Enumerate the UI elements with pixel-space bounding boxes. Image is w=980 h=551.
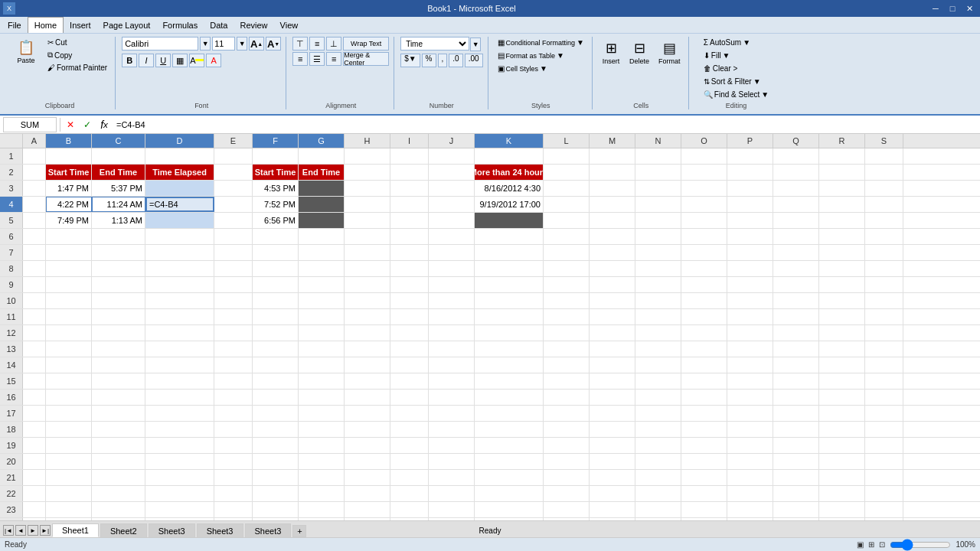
cell-i8[interactable] bbox=[390, 261, 429, 276]
cell-f7[interactable] bbox=[253, 245, 299, 260]
col-header-m[interactable]: M bbox=[590, 134, 635, 148]
cell-a21[interactable] bbox=[23, 470, 46, 485]
cell-o2[interactable] bbox=[681, 165, 727, 180]
cell-f21[interactable] bbox=[253, 470, 299, 485]
cell-g16[interactable] bbox=[299, 390, 345, 405]
cell-p12[interactable] bbox=[727, 325, 773, 341]
cell-r15[interactable] bbox=[819, 373, 865, 389]
cell-n8[interactable] bbox=[635, 261, 681, 276]
cell-i4[interactable] bbox=[390, 197, 429, 212]
col-header-k[interactable]: K bbox=[475, 134, 544, 148]
cell-p23[interactable] bbox=[727, 502, 773, 517]
cell-s8[interactable] bbox=[865, 261, 903, 276]
cell-q1[interactable] bbox=[773, 148, 819, 164]
cell-n11[interactable] bbox=[635, 309, 681, 324]
cell-r3[interactable] bbox=[819, 181, 865, 196]
cell-k13[interactable] bbox=[475, 341, 544, 357]
cell-k2[interactable]: More than 24 hours bbox=[475, 165, 544, 180]
row-num-7[interactable]: 7 bbox=[0, 245, 23, 260]
cell-i1[interactable] bbox=[390, 148, 429, 164]
fill-color-button[interactable]: A bbox=[189, 54, 204, 67]
cell-l7[interactable] bbox=[544, 245, 590, 260]
cell-a1[interactable] bbox=[23, 148, 46, 164]
col-header-d[interactable]: D bbox=[145, 134, 214, 148]
col-header-s[interactable]: S bbox=[865, 134, 903, 148]
cell-g14[interactable] bbox=[299, 357, 345, 373]
cell-h6[interactable] bbox=[345, 229, 390, 244]
col-header-i[interactable]: I bbox=[390, 134, 429, 148]
cell-e23[interactable] bbox=[214, 502, 253, 517]
cell-r6[interactable] bbox=[819, 229, 865, 244]
cell-r1[interactable] bbox=[819, 148, 865, 164]
row-num-11[interactable]: 11 bbox=[0, 309, 23, 324]
cell-m22[interactable] bbox=[590, 486, 635, 501]
cell-l22[interactable] bbox=[544, 486, 590, 501]
cell-j23[interactable] bbox=[429, 502, 475, 517]
cell-e22[interactable] bbox=[214, 486, 253, 501]
cell-a10[interactable] bbox=[23, 293, 46, 308]
cell-d8[interactable] bbox=[145, 261, 214, 276]
cell-n20[interactable] bbox=[635, 454, 681, 469]
cell-a11[interactable] bbox=[23, 309, 46, 324]
cell-e2[interactable] bbox=[214, 165, 253, 180]
cell-c16[interactable] bbox=[92, 390, 145, 405]
cell-g5[interactable] bbox=[299, 213, 345, 228]
cell-f3[interactable]: 4:53 PM bbox=[253, 181, 299, 196]
cell-h3[interactable] bbox=[345, 181, 390, 196]
cell-r9[interactable] bbox=[819, 277, 865, 292]
cell-j11[interactable] bbox=[429, 309, 475, 324]
cell-r13[interactable] bbox=[819, 341, 865, 357]
cell-f8[interactable] bbox=[253, 261, 299, 276]
cell-r11[interactable] bbox=[819, 309, 865, 324]
cell-e20[interactable] bbox=[214, 454, 253, 469]
cell-o5[interactable] bbox=[681, 213, 727, 228]
sheet-tab-sheet3c[interactable]: Sheet3 bbox=[245, 523, 292, 537]
cell-j15[interactable] bbox=[429, 373, 475, 389]
cell-i20[interactable] bbox=[390, 454, 429, 469]
cell-q12[interactable] bbox=[773, 325, 819, 341]
font-color-button[interactable]: A bbox=[206, 54, 221, 67]
cell-g9[interactable] bbox=[299, 277, 345, 292]
cell-i2[interactable] bbox=[390, 165, 429, 180]
cell-f1[interactable] bbox=[253, 148, 299, 164]
cell-c12[interactable] bbox=[92, 325, 145, 341]
wrap-text-button[interactable]: Wrap Text bbox=[343, 37, 389, 51]
cell-d18[interactable] bbox=[145, 422, 214, 437]
cell-o10[interactable] bbox=[681, 293, 727, 308]
conditional-formatting-button[interactable]: ▦ Conditional Formatting ▼ bbox=[495, 37, 587, 48]
cell-i5[interactable] bbox=[390, 213, 429, 228]
row-num-14[interactable]: 14 bbox=[0, 357, 23, 373]
cell-f22[interactable] bbox=[253, 486, 299, 501]
cell-q20[interactable] bbox=[773, 454, 819, 469]
insert-button[interactable]: ⊞ Insert bbox=[599, 37, 623, 67]
cell-i13[interactable] bbox=[390, 341, 429, 357]
find-select-button[interactable]: 🔍 Find & Select▼ bbox=[701, 89, 772, 100]
cell-b16[interactable] bbox=[46, 390, 92, 405]
cell-b13[interactable] bbox=[46, 341, 92, 357]
underline-button[interactable]: U bbox=[155, 54, 171, 67]
cell-j2[interactable] bbox=[429, 165, 475, 180]
cell-q17[interactable] bbox=[773, 406, 819, 421]
font-name-input[interactable] bbox=[122, 37, 198, 51]
cell-o8[interactable] bbox=[681, 261, 727, 276]
cell-n17[interactable] bbox=[635, 406, 681, 421]
maximize-button[interactable]: □ bbox=[945, 2, 960, 15]
cell-p11[interactable] bbox=[727, 309, 773, 324]
cell-p5[interactable] bbox=[727, 213, 773, 228]
italic-button[interactable]: I bbox=[139, 54, 154, 67]
last-sheet-button[interactable]: ►| bbox=[40, 525, 51, 536]
row-num-17[interactable]: 17 bbox=[0, 406, 23, 421]
cell-f2[interactable]: Start Time bbox=[253, 165, 299, 180]
cell-f9[interactable] bbox=[253, 277, 299, 292]
cell-m8[interactable] bbox=[590, 261, 635, 276]
cell-k1[interactable] bbox=[475, 148, 544, 164]
cell-s21[interactable] bbox=[865, 470, 903, 485]
cell-e11[interactable] bbox=[214, 309, 253, 324]
cell-k8[interactable] bbox=[475, 261, 544, 276]
cell-a4[interactable] bbox=[23, 197, 46, 212]
cell-q19[interactable] bbox=[773, 438, 819, 453]
cell-a20[interactable] bbox=[23, 454, 46, 469]
cell-c19[interactable] bbox=[92, 438, 145, 453]
prev-sheet-button[interactable]: ◄ bbox=[15, 525, 26, 536]
cell-h2[interactable] bbox=[345, 165, 390, 180]
